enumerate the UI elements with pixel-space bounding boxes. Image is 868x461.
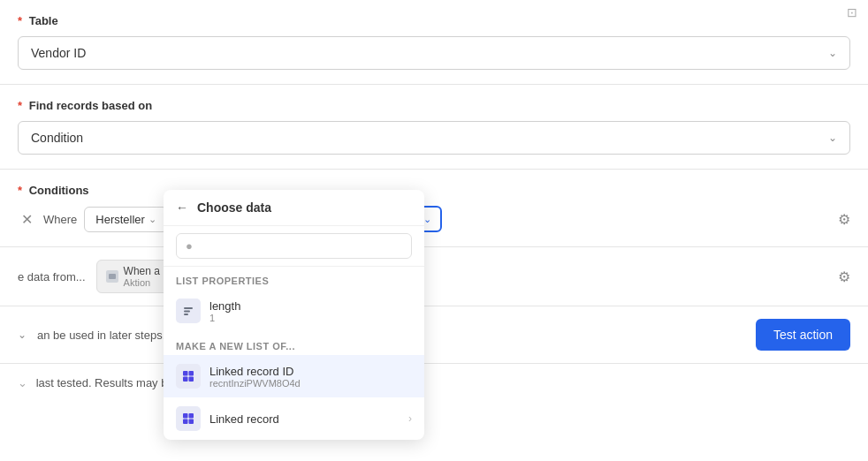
list-properties-group-label: List Properties <box>164 267 424 290</box>
linked-record-id-sub: recntInziPWVM8O4d <box>209 378 412 389</box>
linked-record-name: Linked record <box>209 412 400 426</box>
remove-condition-button[interactable]: ✕ <box>18 209 36 230</box>
back-arrow-button[interactable]: ← <box>176 200 188 215</box>
conditions-label: * Conditions <box>18 184 850 197</box>
chevron-down-icon-3: ⌄ <box>148 214 156 225</box>
data-from-label: e data from... <box>18 270 86 283</box>
table-select[interactable]: Vendor ID ⌄ <box>18 36 850 70</box>
search-input[interactable] <box>198 239 402 253</box>
search-icon: ● <box>186 239 193 253</box>
chevron-down-icon: ⌄ <box>828 47 837 59</box>
find-records-value: Condition <box>31 131 83 145</box>
required-star-3: * <box>18 184 22 197</box>
svg-rect-12 <box>183 413 188 419</box>
gear-icon[interactable]: ⚙ <box>838 211 850 228</box>
linked-record-icon-2 <box>176 406 201 431</box>
choose-data-dropdown: ← Choose data ● List Properties length <box>164 190 424 440</box>
length-value: 1 <box>209 313 412 323</box>
find-records-label: * Find records based on <box>18 99 850 112</box>
required-star: * <box>18 14 22 27</box>
make-new-label: Make a new list of... <box>164 332 424 355</box>
search-input-wrap: ● <box>176 233 412 259</box>
svg-rect-4 <box>109 274 116 279</box>
table-value: Vendor ID <box>31 46 86 60</box>
field-select[interactable]: Hersteller ⌄ <box>84 207 168 232</box>
main-content: ⊡ * Table Vendor ID ⌄ * Find records bas… <box>0 0 868 461</box>
find-records-select[interactable]: Condition ⌄ <box>18 121 850 155</box>
arrow-right-icon: › <box>408 412 412 425</box>
svg-rect-8 <box>183 371 188 376</box>
linked-record-id-name: Linked record ID <box>209 365 412 378</box>
dropdown-header: ← Choose data <box>164 190 424 226</box>
length-name: length <box>209 299 412 313</box>
trigger-icon <box>106 270 118 283</box>
svg-rect-10 <box>183 377 188 382</box>
length-icon <box>176 299 201 323</box>
where-label: Where <box>43 213 77 226</box>
svg-rect-6 <box>184 311 190 313</box>
search-box: ● <box>164 226 424 267</box>
svg-rect-13 <box>189 413 194 419</box>
field-value: Hersteller <box>95 213 145 226</box>
collapse-icon: ⌄ <box>18 329 27 341</box>
collapse-icon-2: ⌄ <box>18 376 27 389</box>
chevron-down-icon-5: ⌄ <box>423 214 431 225</box>
output-section: ⌄ an be used in later steps. Test action <box>0 306 868 364</box>
test-action-button[interactable]: Test action <box>756 319 850 351</box>
last-tested-section: ⌄ last tested. Results may be out of dat… <box>0 364 868 402</box>
table-section: * Table Vendor ID ⌄ <box>0 0 868 85</box>
length-item[interactable]: length 1 <box>164 290 424 332</box>
required-star-2: * <box>18 99 22 112</box>
linked-record-id-item[interactable]: Linked record ID recntInziPWVM8O4d <box>164 355 424 397</box>
linked-record-text: Linked record <box>209 412 400 426</box>
data-from-section: e data from... When a record is updated … <box>0 247 868 306</box>
linked-record-id-icon <box>176 364 201 389</box>
linked-record-item[interactable]: Linked record › <box>164 397 424 440</box>
conditions-section: * Conditions ✕ Where Hersteller ⌄ has an… <box>0 170 868 247</box>
svg-rect-11 <box>189 377 194 382</box>
condition-row: ✕ Where Hersteller ⌄ has any of ⌄ <box>18 206 850 232</box>
output-text: an be used in later steps. <box>37 329 165 342</box>
length-text: length 1 <box>209 299 412 323</box>
linked-record-id-text: Linked record ID recntInziPWVM8O4d <box>209 365 412 389</box>
dropdown-title: Choose data <box>197 200 271 215</box>
svg-rect-14 <box>183 419 188 425</box>
table-label: * Table <box>18 14 850 27</box>
gear-icon-2[interactable]: ⚙ <box>838 268 850 285</box>
svg-rect-15 <box>189 419 194 425</box>
expand-icon[interactable]: ⊡ <box>847 5 857 19</box>
svg-rect-5 <box>184 307 193 309</box>
svg-rect-9 <box>189 371 194 376</box>
chevron-down-icon-2: ⌄ <box>828 132 837 144</box>
svg-rect-7 <box>184 314 188 315</box>
find-records-section: * Find records based on Condition ⌄ <box>0 85 868 170</box>
